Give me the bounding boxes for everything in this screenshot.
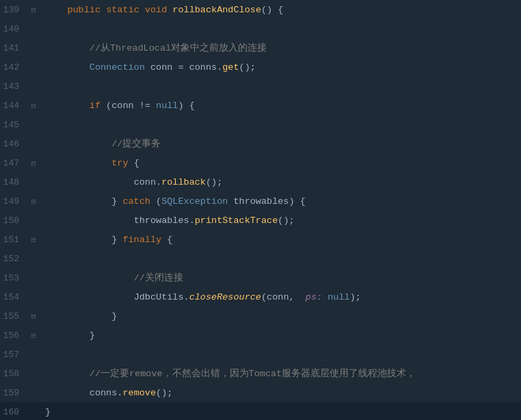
line-number: 159 [0,388,27,398]
line-number: 143 [0,81,27,92]
line: 154 JdbcUtils.closeResource(conn, ps: nu… [0,287,521,306]
token: static [106,5,139,15]
token: conns [90,388,118,398]
line-content: //从ThreadLocal对象中之前放入的连接 [40,42,521,54]
token: rollbackAndClose [172,5,261,15]
line: 140 [0,19,521,38]
token: //关闭连接 [134,272,183,284]
line-number: 148 [0,177,27,187]
token: conn [134,177,156,187]
token: . [156,177,161,187]
line-number: 151 [0,235,27,245]
token [322,292,328,302]
token: } [45,407,51,417]
line-number: 157 [0,350,27,360]
token: try [111,158,128,168]
line: 141 //从ThreadLocal对象中之前放入的连接 [0,38,521,57]
line: 157 [0,345,521,364]
line-gutter: ⊟ [27,5,40,14]
line: 151⊟ } finally { [0,230,521,249]
line: 142 Connection conn = conns.get(); [0,57,521,77]
token: //一定要remove，不然会出错，因为Tomcat服务器底层使用了线程池技术， [90,367,416,380]
token [45,311,111,321]
line: 153 //关闭连接 [0,268,521,287]
line-number: 153 [0,273,27,283]
token: conns [189,62,217,73]
token [45,62,90,73]
token: null [156,101,178,111]
line-content: public static void rollbackAndClose() { [40,5,521,15]
token: SQLException [161,196,228,207]
token [45,196,111,207]
token: ps: [306,292,322,302]
line-content: conn.rollback(); [40,177,521,187]
token: closeResource [189,292,261,302]
fold-icon: ⊟ [31,312,36,321]
fold-icon: ⊟ [31,331,36,340]
token [45,5,67,15]
line: 158 //一定要remove，不然会出错，因为Tomcat服务器底层使用了线程… [0,364,521,383]
line-content: JdbcUtils.closeResource(conn, ps: null); [40,292,521,302]
line-gutter: ⊟ [27,159,40,168]
line-content: //一定要remove，不然会出错，因为Tomcat服务器底层使用了线程池技术， [40,367,521,380]
token: (conn != [101,101,156,111]
token: void [145,5,167,15]
token: (conn, [261,292,306,302]
token: rollback [161,177,206,187]
line-number: 141 [0,43,27,53]
token: throwables [228,196,289,207]
line-content: } finally { [40,235,521,245]
token: catch [122,196,150,207]
token: (); [156,388,172,398]
token: . [217,62,222,73]
line-gutter: ⊟ [27,312,40,321]
line-number: 150 [0,215,27,226]
token: { [161,235,172,245]
code-editor: 139⊟ public static void rollbackAndClose… [0,0,521,420]
line: 139⊟ public static void rollbackAndClose… [0,0,521,19]
line: 149⊟ } catch (SQLException throwables) { [0,192,521,211]
line-content: } [40,311,521,321]
token: } [111,235,122,245]
line-number: 155 [0,311,27,321]
token: Connection [90,62,145,73]
token [45,43,90,53]
token: remove [122,388,156,398]
token: . [117,388,122,398]
line: 156⊟ } [0,326,521,345]
line-gutter: ⊟ [27,331,40,340]
line-number: 139 [0,5,27,15]
token: ) { [289,196,305,207]
token: ) { [178,101,194,111]
line-number: 152 [0,254,27,264]
fold-icon: ⊟ [31,5,36,14]
fold-icon: ⊟ [31,235,36,244]
token: ); [350,292,361,302]
line-content: conns.remove(); [40,388,521,398]
token [45,158,111,168]
fold-icon: ⊟ [31,101,36,110]
line: 143 [0,77,521,96]
token: conn = [145,62,189,73]
line: 144⊟ if (conn != null) { [0,96,521,115]
line-number: 156 [0,330,27,341]
line-content: } [40,330,521,341]
line-content: try { [40,158,521,168]
line: 159 conns.remove(); [0,383,521,402]
token: throwables [134,215,189,226]
token: (); [239,62,256,73]
token: //提交事务 [111,137,161,150]
line: 146 //提交事务 [0,134,521,153]
line-gutter: ⊟ [27,235,40,244]
token: //从ThreadLocal对象中之前放入的连接 [90,42,267,54]
token: printStackTrace [195,215,278,226]
code-lines: 139⊟ public static void rollbackAndClose… [0,0,521,420]
token [45,273,134,283]
token [45,292,134,302]
token [45,369,90,379]
line-gutter: ⊟ [27,101,40,110]
line: 160} [0,402,521,420]
line: 147⊟ try { [0,153,521,172]
line: 152 [0,249,521,268]
line-content: if (conn != null) { [40,101,521,111]
